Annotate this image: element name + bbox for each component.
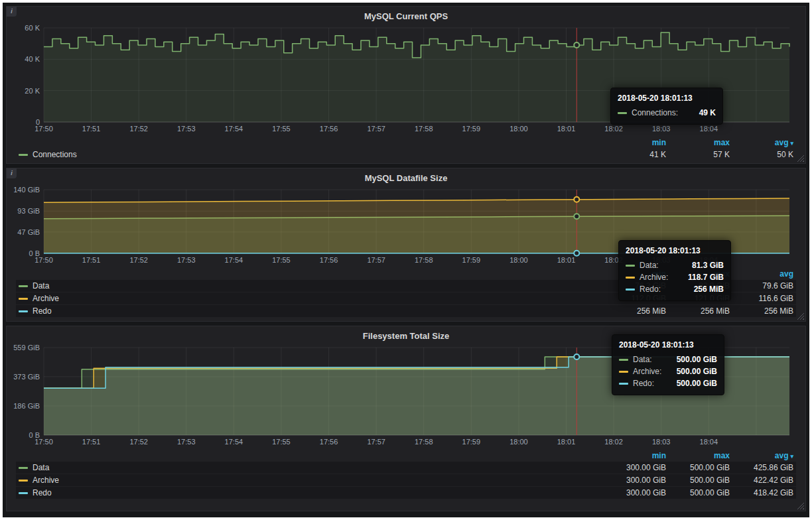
legend-series-archive[interactable]: Archive	[19, 294, 602, 303]
series-swatch-data	[619, 359, 628, 361]
svg-text:18:04: 18:04	[700, 438, 718, 446]
chart-tooltip: 2018-05-20 18:01:13 Connections: 49 K	[610, 88, 723, 125]
legend-sort-max[interactable]: max	[666, 138, 730, 147]
svg-text:17:52: 17:52	[129, 438, 148, 446]
legend-avg-value: 50 K	[730, 150, 793, 159]
tooltip-row: Archive: 118.7 GiB	[626, 271, 724, 283]
legend-series-label: Redo	[33, 488, 52, 497]
legend-row-data: Data 300.00 GiB 500.00 GiB 425.86 GiB	[16, 462, 796, 474]
legend-row-connections: Connections 41 K 57 K 50 K	[16, 149, 796, 161]
series-swatch-redo	[626, 289, 635, 291]
tooltip-series-name: Archive:	[633, 367, 661, 376]
panel-info-icon[interactable]: i	[7, 168, 17, 178]
tooltip-series-value: 500.00 GiB	[667, 379, 717, 388]
svg-text:17:51: 17:51	[82, 256, 101, 264]
svg-text:17:55: 17:55	[272, 438, 291, 446]
caret-down-icon: ▾	[790, 140, 793, 147]
svg-text:18:02: 18:02	[604, 125, 623, 133]
svg-text:17:59: 17:59	[462, 125, 481, 133]
svg-text:17:57: 17:57	[367, 438, 385, 446]
series-swatch-connections	[19, 154, 28, 156]
tooltip-timestamp: 2018-05-20 18:01:13	[626, 246, 724, 255]
svg-text:17:57: 17:57	[367, 125, 385, 133]
legend-header-row: min max avg▾	[16, 450, 796, 462]
svg-text:17:51: 17:51	[82, 438, 101, 446]
tooltip-series-value: 500.00 GiB	[667, 355, 717, 364]
panel-filesystem-total-size: Filesystem Total Size 17:5017:5117:5217:…	[6, 326, 806, 511]
tooltip-series-name: Data:	[633, 355, 652, 364]
svg-text:0: 0	[36, 118, 40, 126]
svg-text:17:53: 17:53	[177, 125, 196, 133]
legend: min max avg▾ Connections 41 K 57 K 50 K	[13, 135, 799, 161]
tooltip-series-name: Data:	[640, 261, 659, 270]
series-swatch-connections	[618, 112, 627, 114]
page: { "icons": { "info": "i", "caret_down": …	[0, 0, 812, 520]
svg-text:18:01: 18:01	[557, 125, 576, 133]
legend-min-value: 256 MiB	[602, 306, 666, 316]
tooltip-row: Data: 81.3 GiB	[626, 259, 724, 271]
tooltip-series-name: Archive:	[640, 273, 668, 282]
panel-mysql-current-qps: i MySQL Current QPS 17:5017:5117:5217:53…	[6, 6, 806, 164]
legend-series-connections[interactable]: Connections	[19, 150, 602, 159]
legend-series-label: Data	[33, 463, 49, 472]
legend-min-value: 300.00 GiB	[602, 463, 666, 472]
svg-text:20 K: 20 K	[25, 87, 40, 95]
legend-series-redo[interactable]: Redo	[19, 306, 602, 316]
legend-sort-min[interactable]: min	[602, 138, 666, 147]
svg-text:17:56: 17:56	[320, 438, 338, 446]
legend-sort-avg[interactable]: avg▾	[730, 138, 793, 147]
svg-text:17:58: 17:58	[415, 125, 433, 133]
caret-down-icon: ▾	[790, 453, 793, 460]
tooltip-series-value: 500.00 GiB	[667, 367, 717, 376]
legend-series-redo[interactable]: Redo	[19, 488, 602, 497]
legend-series-archive[interactable]: Archive	[19, 476, 602, 485]
legend-sort-max[interactable]: max	[666, 451, 730, 460]
svg-text:18:03: 18:03	[652, 438, 671, 446]
series-swatch-data	[19, 285, 28, 287]
legend-sort-avg[interactable]: avg	[730, 269, 793, 279]
tooltip-series-value: 118.7 GiB	[679, 273, 724, 282]
legend-min-value: 300.00 GiB	[602, 488, 666, 497]
svg-text:40 K: 40 K	[25, 55, 40, 63]
svg-text:18:01: 18:01	[557, 438, 576, 446]
svg-text:17:59: 17:59	[462, 256, 481, 264]
legend-row-redo: Redo 256 MiB 256 MiB 256 MiB	[16, 305, 796, 317]
svg-text:559 GiB: 559 GiB	[13, 344, 40, 352]
svg-text:17:52: 17:52	[129, 256, 148, 264]
svg-text:17:57: 17:57	[367, 256, 385, 264]
legend-series-label: Connections	[33, 150, 77, 159]
tooltip-row: Data: 500.00 GiB	[619, 354, 717, 365]
svg-text:17:54: 17:54	[225, 438, 243, 446]
legend-sort-min[interactable]: min	[602, 451, 666, 460]
series-swatch-redo	[619, 383, 628, 385]
tooltip-row: Redo: 256 MiB	[626, 283, 724, 295]
chart-tooltip: 2018-05-20 18:01:13 Data: 500.00 GiB Arc…	[612, 334, 724, 395]
svg-text:0 B: 0 B	[29, 249, 40, 257]
svg-text:17:51: 17:51	[82, 125, 101, 133]
panel-resize-handle[interactable]	[797, 502, 804, 509]
panel-info-icon[interactable]: i	[7, 7, 17, 17]
svg-text:17:54: 17:54	[225, 256, 243, 264]
panel-title[interactable]: MySQL Current QPS	[13, 11, 799, 24]
svg-text:18:02: 18:02	[604, 438, 623, 446]
svg-text:17:56: 17:56	[320, 256, 338, 264]
svg-text:18:00: 18:00	[509, 125, 528, 133]
legend-avg-value: 116.6 GiB	[730, 294, 793, 303]
legend-max-value: 256 MiB	[666, 306, 730, 316]
legend-min-value: 300.00 GiB	[602, 476, 666, 485]
legend-series-data[interactable]: Data	[19, 463, 602, 472]
legend-avg-value: 425.86 GiB	[730, 463, 793, 472]
panel-mysql-datafile-size: i MySQL Datafile Size 17:5017:5117:5217:…	[6, 168, 806, 322]
legend-max-value: 500.00 GiB	[666, 463, 730, 472]
panel-title[interactable]: MySQL Datafile Size	[13, 172, 799, 186]
svg-text:18:00: 18:00	[509, 438, 528, 446]
legend-sort-avg[interactable]: avg▾	[730, 451, 793, 460]
svg-text:18:01: 18:01	[557, 256, 576, 264]
svg-text:17:56: 17:56	[320, 125, 338, 133]
legend-series-data[interactable]: Data	[19, 281, 602, 291]
svg-text:18:00: 18:00	[509, 256, 528, 264]
tooltip-series-value: 81.3 GiB	[683, 261, 724, 270]
svg-text:17:53: 17:53	[177, 256, 196, 264]
tooltip-series-value: 49 K	[690, 108, 716, 117]
series-swatch-archive	[19, 480, 28, 482]
